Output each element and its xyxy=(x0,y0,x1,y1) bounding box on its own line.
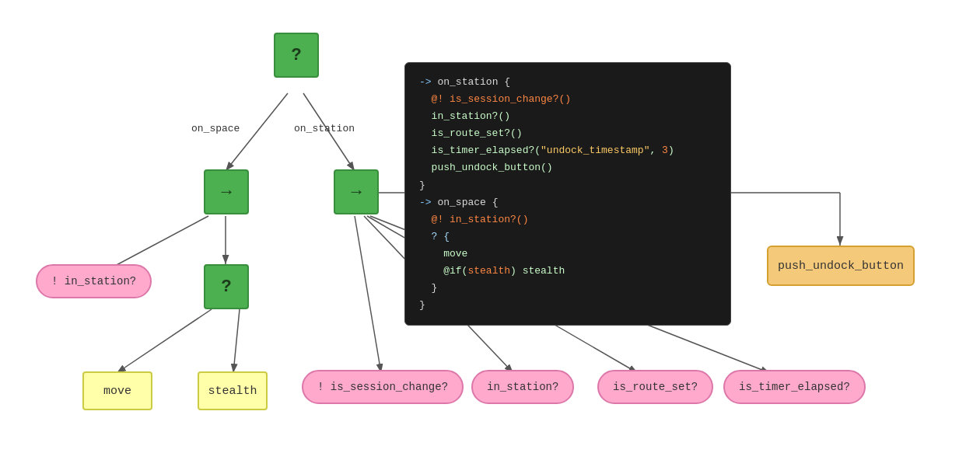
node-is-route-set: is_route_set? xyxy=(597,370,713,404)
svg-line-8 xyxy=(355,216,381,373)
code-line-8: -> on_space { xyxy=(419,194,716,211)
node-is-timer-elapsed: is_timer_elapsed? xyxy=(723,370,866,404)
node-in-station: in_station? xyxy=(471,370,574,404)
code-line-6: push_undock_button() xyxy=(419,159,716,176)
node-seq-right: → xyxy=(334,169,379,214)
code-line-10: ? { xyxy=(419,228,716,246)
code-line-2: @! is_session_change?() xyxy=(419,91,716,108)
code-line-14: } xyxy=(419,297,716,314)
code-line-13: } xyxy=(419,280,716,297)
code-line-11: move xyxy=(419,246,716,263)
node-not-in-station: ! in_station? xyxy=(36,264,152,298)
code-box: -> on_station { @! is_session_change?() … xyxy=(404,62,731,326)
diagram-container: ? on_space on_station → → ! in_station? … xyxy=(0,0,980,467)
code-line-3: in_station?() xyxy=(419,108,716,125)
code-line-1: -> on_station { xyxy=(419,74,716,91)
node-root: ? xyxy=(274,33,319,78)
node-move: move xyxy=(82,371,152,410)
node-not-session-change: ! is_session_change? xyxy=(302,370,464,404)
code-line-5: is_timer_elapsed?("undock_timestamp", 3) xyxy=(419,142,716,159)
code-line-9: @! in_station?() xyxy=(419,211,716,228)
code-line-7: } xyxy=(419,177,716,194)
label-on-station: on_station xyxy=(294,123,355,134)
node-seq-left: → xyxy=(204,169,249,214)
node-push-undock: push_undock_button xyxy=(767,246,915,286)
node-stealth: stealth xyxy=(198,371,268,410)
svg-line-7 xyxy=(233,309,240,373)
node-cond-q: ? xyxy=(204,264,249,309)
label-on-space: on_space xyxy=(191,123,240,134)
svg-line-6 xyxy=(117,309,212,373)
code-line-4: is_route_set?() xyxy=(419,125,716,142)
code-line-12: @if(stealth) stealth xyxy=(419,263,716,280)
